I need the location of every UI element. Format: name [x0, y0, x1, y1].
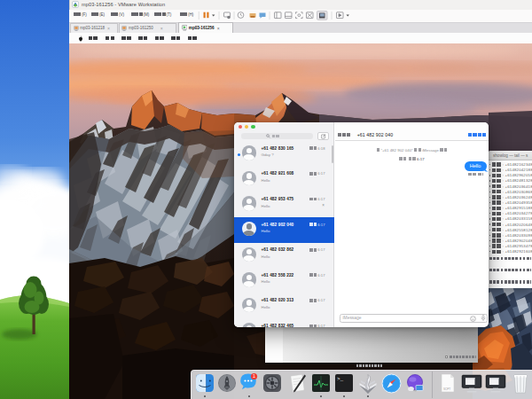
svg-text:>_: >_	[337, 376, 344, 382]
svg-text:SCPT: SCPT	[443, 387, 450, 391]
svg-text:1: 1	[253, 373, 255, 379]
